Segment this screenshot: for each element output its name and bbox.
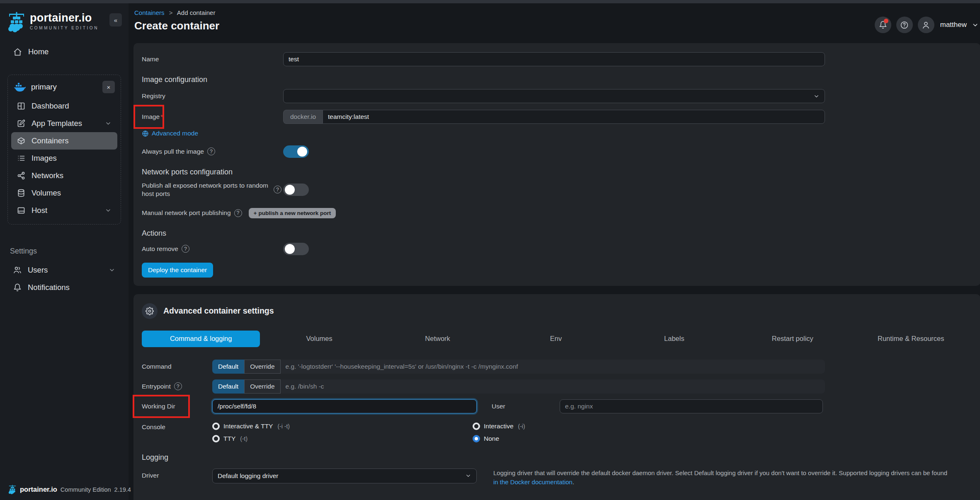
tab-volumes[interactable]: Volumes bbox=[260, 331, 378, 347]
tab-restart-policy[interactable]: Restart policy bbox=[733, 331, 851, 347]
entrypoint-default-button[interactable]: Default bbox=[212, 379, 244, 394]
actions-title: Actions bbox=[142, 229, 972, 238]
sidebar-item-label: Networks bbox=[32, 171, 63, 180]
image-label: Image* bbox=[142, 113, 283, 121]
notifications-button[interactable] bbox=[875, 17, 891, 33]
console-row: Console Interactive & TTY (-i -t) Intera… bbox=[142, 423, 972, 442]
registry-select[interactable] bbox=[283, 89, 825, 103]
sidebar-footer: portainer.io Community Edition 2.19.4 bbox=[8, 485, 131, 494]
publish-port-button[interactable]: + publish a new network port bbox=[249, 208, 336, 218]
publish-all-toggle[interactable] bbox=[283, 184, 309, 196]
docker-documentation-link[interactable]: in the Docker documentation bbox=[493, 478, 572, 487]
advanced-settings-panel: Advanced container settings Command & lo… bbox=[133, 294, 980, 500]
create-container-form: Name Image configuration Registry bbox=[133, 43, 980, 286]
sidebar-item-notifications[interactable]: Notifications bbox=[7, 279, 121, 296]
image-configuration-title: Image configuration bbox=[142, 75, 972, 84]
brand: portainer.io COMMUNITY EDITION « bbox=[7, 12, 121, 32]
manual-publish-row: Manual network port publishing ? + publi… bbox=[142, 208, 972, 218]
breadcrumb: Containers > Add container bbox=[134, 9, 980, 16]
deploy-container-button[interactable]: Deploy the container bbox=[142, 263, 213, 278]
chevron-down-icon bbox=[105, 207, 112, 214]
radio-icon bbox=[473, 435, 480, 442]
environment-header: primary × bbox=[11, 79, 117, 97]
entrypoint-override-button[interactable]: Override bbox=[244, 379, 280, 394]
tab-labels[interactable]: Labels bbox=[615, 331, 733, 347]
tab-runtime-resources[interactable]: Runtime & Resources bbox=[852, 331, 970, 347]
tab-bar: Command & logging Volumes Network Env La… bbox=[142, 331, 970, 347]
name-input[interactable] bbox=[283, 52, 825, 66]
auto-remove-label: Auto remove bbox=[142, 245, 178, 253]
sidebar-item-label: App Templates bbox=[32, 119, 82, 128]
driver-select[interactable]: Default logging driver bbox=[212, 469, 477, 483]
sidebar-item-host[interactable]: Host bbox=[11, 202, 117, 219]
brand-text: portainer.io COMMUNITY EDITION bbox=[30, 12, 99, 30]
command-override-button[interactable]: Override bbox=[244, 360, 280, 374]
help-button[interactable] bbox=[896, 17, 913, 33]
advanced-mode-link[interactable]: Advanced mode bbox=[142, 130, 198, 137]
breadcrumb-containers-link[interactable]: Containers bbox=[134, 9, 165, 16]
working-dir-label: Working Dir bbox=[142, 403, 212, 410]
sidebar-item-label: Home bbox=[28, 47, 49, 56]
page-header: Containers > Add container Create contai… bbox=[129, 3, 980, 32]
driver-label: Driver bbox=[142, 472, 212, 479]
entrypoint-input[interactable] bbox=[281, 379, 825, 394]
dashboard-icon bbox=[17, 102, 25, 110]
user-input[interactable] bbox=[560, 399, 823, 413]
sidebar-item-dashboard[interactable]: Dashboard bbox=[11, 97, 117, 115]
user-icon bbox=[922, 21, 930, 29]
publish-all-label: Publish all exposed network ports to ran… bbox=[142, 181, 270, 198]
sidebar-item-app-templates[interactable]: App Templates bbox=[11, 115, 117, 132]
sidebar-item-label: Users bbox=[28, 266, 48, 275]
sidebar-item-containers[interactable]: Containers bbox=[11, 132, 117, 150]
chevron-down-icon[interactable] bbox=[972, 22, 979, 29]
portainer-logo-icon bbox=[8, 485, 17, 494]
sidebar-item-volumes[interactable]: Volumes bbox=[11, 184, 117, 202]
image-input[interactable] bbox=[323, 110, 825, 124]
auto-remove-row: Auto remove ? bbox=[142, 243, 972, 255]
tab-env[interactable]: Env bbox=[497, 331, 615, 347]
environment-close-button[interactable]: × bbox=[102, 81, 115, 93]
command-input[interactable] bbox=[281, 360, 825, 374]
sidebar-item-label: Containers bbox=[32, 136, 68, 145]
radio-interactive[interactable]: Interactive (-i) bbox=[473, 423, 525, 430]
sidebar-item-label: Notifications bbox=[28, 283, 70, 292]
working-dir-input[interactable] bbox=[212, 399, 477, 413]
sidebar-item-home[interactable]: Home bbox=[7, 43, 121, 60]
working-dir-row: Working Dir User bbox=[142, 399, 972, 413]
radio-none[interactable]: None bbox=[473, 435, 525, 442]
manual-publish-label: Manual network port publishing bbox=[142, 209, 231, 217]
gear-icon bbox=[142, 303, 158, 319]
image-registry-addon: docker.io bbox=[283, 110, 323, 124]
radio-interactive-tty[interactable]: Interactive & TTY (-i -t) bbox=[212, 423, 473, 430]
publish-all-row: Publish all exposed network ports to ran… bbox=[142, 181, 972, 198]
main-content: Containers > Add container Create contai… bbox=[129, 3, 980, 500]
user-label: User bbox=[492, 403, 560, 410]
bell-icon bbox=[13, 283, 22, 292]
notification-badge bbox=[884, 19, 888, 23]
database-icon bbox=[17, 189, 25, 197]
auto-remove-toggle[interactable] bbox=[283, 243, 309, 255]
user-avatar[interactable] bbox=[918, 17, 934, 33]
list-icon bbox=[17, 154, 25, 162]
radio-icon bbox=[212, 435, 220, 442]
always-pull-toggle[interactable] bbox=[283, 145, 309, 158]
sidebar-item-images[interactable]: Images bbox=[11, 150, 117, 167]
tab-command-logging[interactable]: Command & logging bbox=[142, 331, 260, 347]
sidebar-collapse-button[interactable]: « bbox=[109, 13, 122, 27]
sidebar-item-label: Images bbox=[32, 154, 57, 163]
sidebar-item-users[interactable]: Users bbox=[7, 261, 121, 279]
tab-network[interactable]: Network bbox=[378, 331, 497, 347]
entrypoint-row: Entrypoint ? Default Override bbox=[142, 379, 972, 394]
sidebar-item-networks[interactable]: Networks bbox=[11, 167, 117, 184]
command-default-button[interactable]: Default bbox=[212, 360, 244, 374]
edit-square-icon bbox=[17, 119, 25, 128]
docker-whale-icon bbox=[14, 82, 26, 92]
settings-section-header: Settings bbox=[10, 247, 121, 256]
name-label: Name bbox=[142, 56, 283, 63]
plus-icon: + bbox=[254, 210, 257, 216]
radio-tty[interactable]: TTY (-t) bbox=[212, 435, 473, 442]
browser-edge-strip bbox=[0, 0, 980, 3]
sidebar: portainer.io COMMUNITY EDITION « Home bbox=[0, 3, 129, 500]
globe-icon bbox=[142, 130, 149, 137]
environment-box: primary × Dashboard App Templates bbox=[7, 75, 121, 225]
